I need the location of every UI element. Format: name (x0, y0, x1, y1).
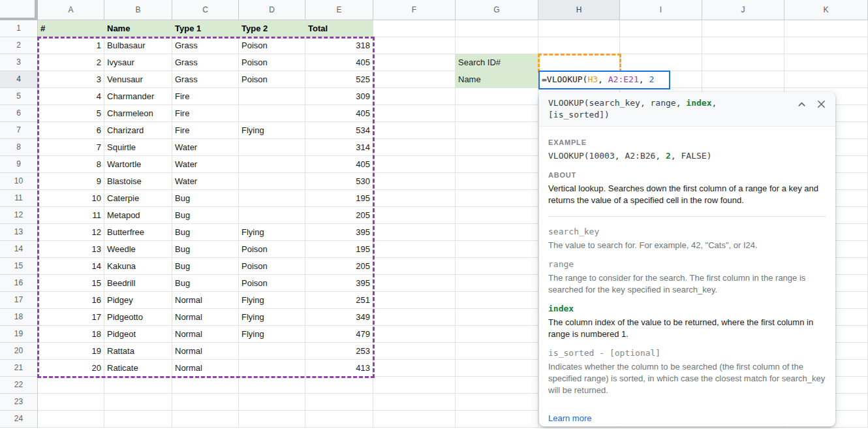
cell-F14[interactable] (373, 241, 456, 258)
cell-A22[interactable] (38, 377, 104, 394)
cell-B10[interactable]: Blastoise (104, 173, 172, 190)
cell-D20[interactable] (239, 343, 305, 360)
row-header-16[interactable]: 16 (0, 275, 38, 292)
row-header-21[interactable]: 21 (0, 360, 38, 377)
row-header-7[interactable]: 7 (0, 122, 38, 139)
cell-E24[interactable] (305, 411, 373, 428)
cell-G9[interactable] (456, 156, 538, 173)
cell-G18[interactable] (456, 309, 538, 326)
cell-D19[interactable]: Flying (239, 326, 305, 343)
cell-F11[interactable] (373, 190, 456, 207)
cell-A9[interactable]: 8 (38, 156, 104, 173)
cell-E17[interactable]: 251 (305, 292, 373, 309)
cell-G17[interactable] (456, 292, 538, 309)
cell-J3[interactable] (702, 54, 784, 71)
cell-H2[interactable] (538, 37, 620, 54)
row-header-17[interactable]: 17 (0, 292, 38, 309)
cell-D8[interactable] (239, 139, 305, 156)
cell-E9[interactable]: 405 (305, 156, 373, 173)
cell-C19[interactable]: Normal (172, 326, 239, 343)
cell-F23[interactable] (373, 394, 456, 411)
cell-A16[interactable]: 15 (38, 275, 104, 292)
cell-G10[interactable] (456, 173, 538, 190)
row-header-9[interactable]: 9 (0, 156, 38, 173)
cell-C15[interactable]: Bug (172, 258, 239, 275)
cell-B8[interactable]: Squirtle (104, 139, 172, 156)
cell-D3[interactable]: Poison (239, 54, 305, 71)
row-header-1[interactable]: 1 (0, 20, 38, 37)
cell-A24[interactable] (38, 411, 104, 428)
cell-G16[interactable] (456, 275, 538, 292)
cell-D15[interactable]: Poison (239, 258, 305, 275)
row-header-4[interactable]: 4 (0, 71, 38, 88)
cell-B9[interactable]: Wartortle (104, 156, 172, 173)
cell-B21[interactable]: Raticate (104, 360, 172, 377)
cell-E7[interactable]: 534 (305, 122, 373, 139)
row-header-11[interactable]: 11 (0, 190, 38, 207)
cell-B24[interactable] (104, 411, 172, 428)
collapse-icon[interactable] (797, 99, 807, 109)
row-header-15[interactable]: 15 (0, 258, 38, 275)
cell-F9[interactable] (373, 156, 456, 173)
cell-C8[interactable]: Water (172, 139, 239, 156)
cell-G7[interactable] (456, 122, 538, 139)
cell-F4[interactable] (373, 71, 456, 88)
cell-C7[interactable]: Fire (172, 122, 239, 139)
cell-A5[interactable]: 4 (38, 88, 104, 105)
cell-G11[interactable] (456, 190, 538, 207)
row-header-20[interactable]: 20 (0, 343, 38, 360)
cell-F20[interactable] (373, 343, 456, 360)
cell-E1[interactable]: Total (305, 20, 373, 37)
cell-F16[interactable] (373, 275, 456, 292)
cell-F12[interactable] (373, 207, 456, 224)
cell-D6[interactable] (239, 105, 305, 122)
cell-D7[interactable]: Flying (239, 122, 305, 139)
cell-F24[interactable] (373, 411, 456, 428)
cell-B11[interactable]: Caterpie (104, 190, 172, 207)
cell-B2[interactable]: Bulbasaur (104, 37, 172, 54)
cell-E6[interactable]: 405 (305, 105, 373, 122)
cell-E16[interactable]: 395 (305, 275, 373, 292)
cell-F19[interactable] (373, 326, 456, 343)
cell-B20[interactable]: Rattata (104, 343, 172, 360)
cell-D18[interactable]: Flying (239, 309, 305, 326)
cell-F22[interactable] (373, 377, 456, 394)
cell-A11[interactable]: 10 (38, 190, 104, 207)
cell-B13[interactable]: Butterfree (104, 224, 172, 241)
cell-K3[interactable] (784, 54, 868, 71)
row-header-13[interactable]: 13 (0, 224, 38, 241)
cell-B15[interactable]: Kakuna (104, 258, 172, 275)
cell-G2[interactable] (456, 37, 538, 54)
cell-D4[interactable]: Poison (239, 71, 305, 88)
cell-A20[interactable]: 19 (38, 343, 104, 360)
cell-F15[interactable] (373, 258, 456, 275)
cell-C16[interactable]: Bug (172, 275, 239, 292)
cell-A15[interactable]: 14 (38, 258, 104, 275)
row-header-19[interactable]: 19 (0, 326, 38, 343)
cell-B4[interactable]: Venusaur (104, 71, 172, 88)
cell-C24[interactable] (172, 411, 239, 428)
cell-E19[interactable]: 479 (305, 326, 373, 343)
cell-G12[interactable] (456, 207, 538, 224)
cell-D17[interactable]: Flying (239, 292, 305, 309)
row-header-22[interactable]: 22 (0, 377, 38, 394)
cell-E22[interactable] (305, 377, 373, 394)
cell-G24[interactable] (456, 411, 538, 428)
cell-B18[interactable]: Pidgeotto (104, 309, 172, 326)
row-header-2[interactable]: 2 (0, 37, 38, 54)
cell-A21[interactable]: 20 (38, 360, 104, 377)
cell-A14[interactable]: 13 (38, 241, 104, 258)
cell-K2[interactable] (784, 37, 868, 54)
cell-E5[interactable]: 309 (305, 88, 373, 105)
cell-A19[interactable]: 18 (38, 326, 104, 343)
row-header-24[interactable]: 24 (0, 411, 38, 428)
cell-C13[interactable]: Bug (172, 224, 239, 241)
cell-C10[interactable]: Water (172, 173, 239, 190)
cell-C6[interactable]: Fire (172, 105, 239, 122)
cell-A12[interactable]: 11 (38, 207, 104, 224)
cell-C22[interactable] (172, 377, 239, 394)
cell-C9[interactable]: Water (172, 156, 239, 173)
column-header-K[interactable]: K (784, 0, 868, 20)
cell-A18[interactable]: 17 (38, 309, 104, 326)
column-header-C[interactable]: C (172, 0, 239, 20)
